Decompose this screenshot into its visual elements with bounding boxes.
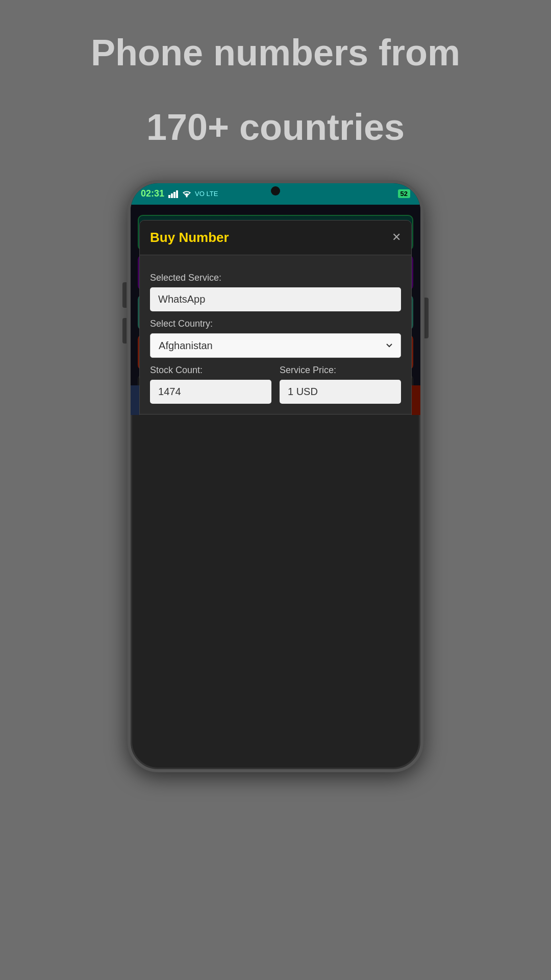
stock-count-label: Stock Count: [150,365,271,376]
modal-footer: Close Buy Number [140,414,411,415]
select-country-field: Select Country: Afghanistan [150,318,401,358]
stock-price-row: Stock Count: Service Price: [150,358,401,404]
country-select[interactable]: Afghanistan [150,333,401,358]
modal-header: Buy Number ✕ [140,220,411,255]
service-price-input [280,380,401,404]
modal-title: Buy Number [150,230,229,246]
volume-up-btn [122,282,127,308]
modal-body: Selected Service: Select Country: Afghan… [140,255,411,414]
stock-count-field: Stock Count: [150,358,271,404]
service-price-field: Service Price: [280,358,401,404]
select-country-label: Select Country: [150,318,401,329]
service-price-label: Service Price: [280,365,401,376]
stock-count-input [150,380,271,404]
headline-line1: Phone numbers from [0,31,551,75]
camera-notch [271,186,280,195]
battery-badge: 52 [398,189,410,198]
volume-down-btn [122,318,127,344]
selected-service-input [150,287,401,311]
phone-frame: 02:31 VO LTE 52 [128,180,423,772]
status-right: 52 [398,189,410,198]
signal-icon [168,190,179,198]
modal-overlay: Buy Number ✕ Selected Service: Select Co… [131,205,420,415]
svg-point-4 [186,195,187,197]
svg-rect-3 [176,190,178,198]
wifi-icon [182,190,192,198]
selected-service-label: Selected Service: [150,273,401,283]
modal-close-button[interactable]: ✕ [392,231,401,244]
phone-mockup: 02:31 VO LTE 52 [128,180,423,793]
headline-line2: 170+ countries [0,105,551,149]
status-bar: 02:31 VO LTE 52 [131,183,420,205]
vo-lte-label: VO LTE [195,190,218,198]
status-icons: VO LTE [168,190,218,198]
svg-rect-1 [171,193,173,198]
status-time: 02:31 [141,188,164,199]
selected-service-field: Selected Service: [150,273,401,311]
app-background: WhatsApp Y Yahoo Yalla Я Yandex YouDo [131,205,420,415]
power-btn [424,298,429,338]
buy-number-modal: Buy Number ✕ Selected Service: Select Co… [139,220,412,415]
svg-rect-0 [168,195,170,198]
page-headline: Phone numbers from 170+ countries [0,0,551,150]
svg-rect-2 [173,192,176,198]
